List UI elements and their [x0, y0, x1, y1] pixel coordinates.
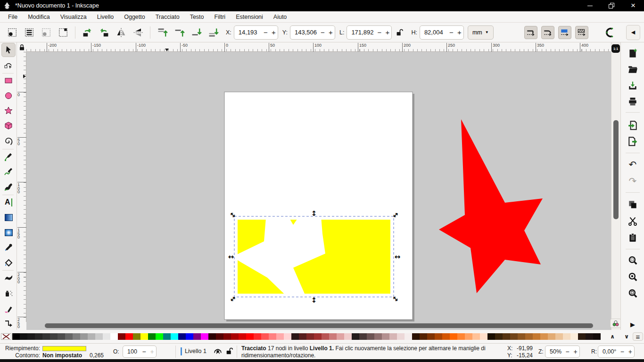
color-swatch[interactable] [405, 333, 412, 340]
import-button[interactable] [627, 120, 638, 131]
color-swatch[interactable] [435, 333, 442, 340]
collapse-toolbar-button[interactable]: ◀ [626, 25, 640, 40]
color-swatch[interactable] [299, 333, 306, 340]
stroke-width-value[interactable]: 0,265 [90, 352, 104, 359]
tool-paint-bucket[interactable] [1, 256, 16, 270]
horizontal-scrollbar[interactable] [45, 323, 593, 328]
color-swatch[interactable] [246, 333, 254, 340]
flip-vertical-button[interactable] [132, 26, 145, 39]
rotate-ccw-button[interactable] [81, 26, 94, 39]
red-star[interactable] [439, 119, 543, 293]
color-swatch[interactable] [12, 333, 20, 340]
y-increment-button[interactable]: + [327, 26, 335, 39]
width-field-value[interactable]: 171,892 [347, 29, 375, 36]
palette-scroll-up-button[interactable]: ∧ [607, 332, 618, 341]
scale-handle-n[interactable]: ↕ [311, 209, 317, 218]
color-swatch[interactable] [216, 333, 223, 340]
zoom-decrement-button[interactable]: − [563, 346, 571, 357]
color-swatch[interactable] [276, 333, 284, 340]
color-swatch[interactable] [563, 333, 570, 340]
tool-text[interactable]: A [1, 195, 16, 209]
tool-dropper[interactable] [1, 240, 16, 255]
tool-eraser[interactable] [1, 302, 16, 316]
select-all-layers-button[interactable] [23, 26, 36, 39]
color-swatch[interactable] [156, 333, 163, 340]
color-swatch[interactable] [133, 333, 140, 340]
scale-handle-w[interactable]: ↔ [228, 253, 234, 261]
x-increment-button[interactable]: + [270, 26, 278, 39]
color-swatch[interactable] [450, 333, 457, 340]
color-swatch[interactable] [389, 333, 397, 340]
duplicate-button[interactable] [627, 199, 638, 210]
zoom-increment-button[interactable]: + [571, 346, 579, 357]
color-swatch[interactable] [472, 333, 480, 340]
color-swatch[interactable] [140, 333, 148, 340]
width-increment-button[interactable]: + [383, 26, 391, 39]
color-swatch[interactable] [503, 333, 510, 340]
color-swatch[interactable] [374, 333, 382, 340]
height-decrement-button[interactable]: − [447, 26, 455, 39]
lower-button[interactable] [190, 26, 203, 39]
vertical-scrollbar[interactable] [613, 120, 619, 219]
tool-spray[interactable] [1, 286, 16, 300]
color-swatch[interactable] [42, 333, 50, 340]
tool-star[interactable] [1, 104, 16, 118]
color-swatch[interactable] [352, 333, 359, 340]
move-patterns-toggle[interactable] [575, 26, 588, 39]
y-field-value[interactable]: 143,506 [290, 29, 319, 36]
tool-gradient[interactable] [1, 210, 16, 224]
menu-item[interactable]: Livello [92, 12, 119, 22]
tool-box3d[interactable] [1, 119, 16, 133]
color-swatch[interactable] [148, 333, 156, 340]
color-swatch[interactable] [593, 333, 601, 340]
color-swatch[interactable] [50, 333, 58, 340]
export-button[interactable] [627, 136, 638, 147]
color-swatch[interactable] [344, 333, 352, 340]
tool-pencil[interactable] [1, 165, 16, 179]
rotation-value[interactable]: 0,00° [598, 348, 618, 355]
color-swatch[interactable] [457, 333, 465, 340]
color-swatch[interactable] [261, 333, 269, 340]
tool-pen[interactable] [1, 150, 16, 164]
palette-menu-button[interactable]: ≡ [633, 332, 643, 341]
restore-button[interactable] [601, 0, 622, 11]
tool-selector[interactable] [1, 43, 16, 57]
tool-ellipse[interactable] [1, 89, 16, 103]
flip-horizontal-button[interactable] [115, 26, 128, 39]
color-swatch[interactable] [465, 333, 472, 340]
color-swatch[interactable] [420, 333, 427, 340]
color-swatch[interactable] [125, 333, 133, 340]
x-decrement-button[interactable]: − [262, 26, 270, 39]
zoom-page-button[interactable] [627, 288, 638, 299]
y-decrement-button[interactable]: − [319, 26, 327, 39]
menu-item[interactable]: Filtri [209, 12, 231, 22]
color-swatch[interactable] [88, 333, 95, 340]
scale-stroke-toggle[interactable] [524, 26, 537, 39]
color-swatch[interactable] [178, 333, 186, 340]
color-swatch[interactable] [239, 333, 246, 340]
color-swatch[interactable] [314, 333, 322, 340]
color-swatch[interactable] [65, 333, 73, 340]
undo-button[interactable]: ↶ [627, 159, 638, 170]
color-swatch[interactable] [35, 333, 42, 340]
print-button[interactable] [627, 96, 638, 107]
width-decrement-button[interactable]: − [375, 26, 383, 39]
color-swatch[interactable] [586, 333, 593, 340]
lock-ratio-button[interactable] [393, 26, 406, 39]
rotate-cw-button[interactable] [98, 26, 111, 39]
tool-calligraphy[interactable] [1, 180, 16, 194]
panel-expander-button[interactable]: ▶ [627, 319, 638, 330]
layer-name[interactable]: Livello 1 [185, 348, 206, 354]
color-swatch[interactable] [171, 333, 178, 340]
fill-swatch[interactable] [42, 346, 86, 351]
color-swatch[interactable] [186, 333, 193, 340]
color-swatch[interactable] [322, 333, 329, 340]
color-managed-display-button[interactable] [610, 319, 621, 328]
minimize-button[interactable] [579, 0, 601, 11]
cut-button[interactable] [627, 215, 638, 227]
scale-corners-toggle[interactable] [541, 26, 554, 39]
color-swatch[interactable] [95, 333, 103, 340]
color-swatch[interactable] [533, 333, 540, 340]
color-swatch[interactable] [80, 333, 88, 340]
color-swatch[interactable] [103, 333, 110, 340]
